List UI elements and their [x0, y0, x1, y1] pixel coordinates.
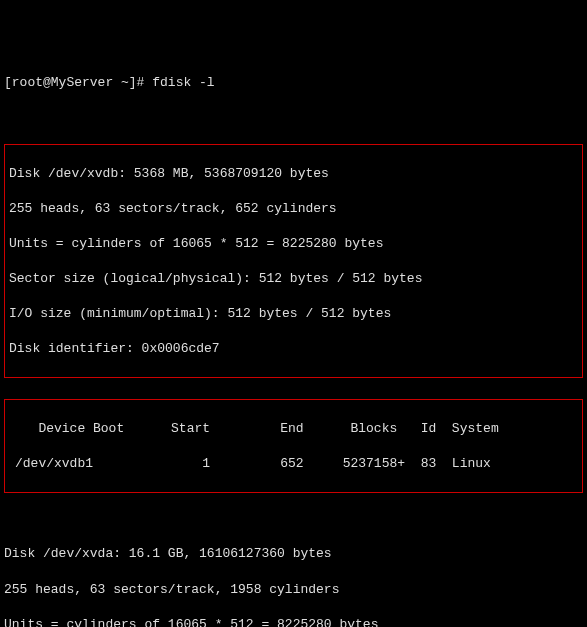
disk1-geom: 255 heads, 63 sectors/track, 652 cylinde… [9, 200, 578, 218]
part1-head: Device Boot Start End Blocks Id System [15, 420, 572, 438]
disk2-header: Disk /dev/xvda: 16.1 GB, 16106127360 byt… [4, 545, 583, 563]
highlight-box-disk1: Disk /dev/xvdb: 5368 MB, 5368709120 byte… [4, 144, 583, 378]
disk1-ident: Disk identifier: 0x0006cde7 [9, 340, 578, 358]
blank-line [4, 109, 583, 127]
disk1-header: Disk /dev/xvdb: 5368 MB, 5368709120 byte… [9, 165, 578, 183]
disk1-io: I/O size (minimum/optimal): 512 bytes / … [9, 305, 578, 323]
shell-prompt: [root@MyServer ~]# fdisk -l [4, 74, 583, 92]
disk2-geom: 255 heads, 63 sectors/track, 1958 cylind… [4, 581, 583, 599]
disk2-units: Units = cylinders of 16065 * 512 = 82252… [4, 616, 583, 627]
disk1-units: Units = cylinders of 16065 * 512 = 82252… [9, 235, 578, 253]
blank-line [4, 510, 583, 528]
disk1-sector: Sector size (logical/physical): 512 byte… [9, 270, 578, 288]
part1-row: /dev/xvdb1 1 652 5237158+ 83 Linux [15, 455, 572, 473]
highlight-box-part1: Device Boot Start End Blocks Id System /… [4, 399, 583, 493]
